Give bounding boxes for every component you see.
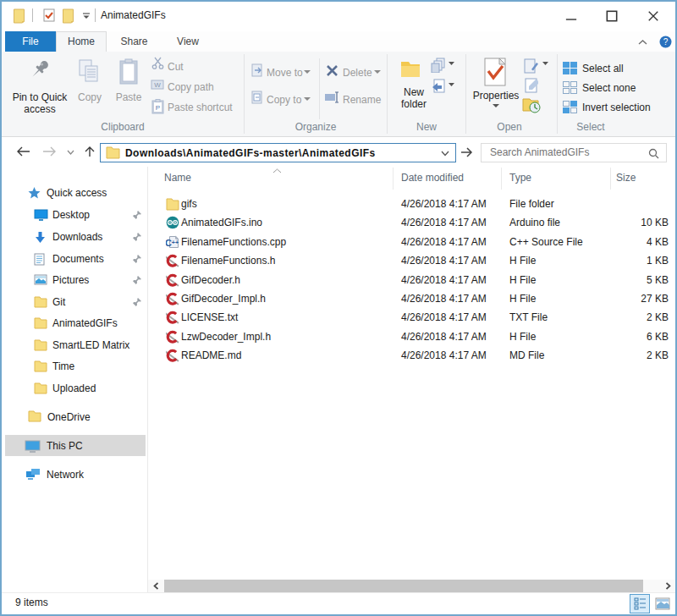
svg-text:W: W (154, 81, 161, 89)
svg-text:?: ? (663, 37, 669, 47)
svg-text:P: P (156, 104, 160, 112)
svg-text:++: ++ (172, 239, 179, 245)
